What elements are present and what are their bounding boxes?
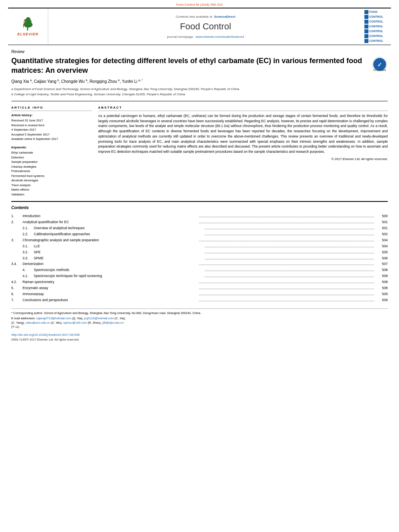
toc-page-12: 508 xyxy=(376,280,388,285)
article-history: Article history: Received 20 June 2017 R… xyxy=(11,113,92,142)
fc-bar-3: CONTROL xyxy=(364,20,389,24)
toc-page-9: 507 xyxy=(376,262,388,267)
toc-row-5: 3. Chromatographic analysis and sample p… xyxy=(11,237,388,243)
toc-row-8: 3.3. SPME 506 xyxy=(11,255,388,261)
abstract-column: ABSTRACT As a potential carcinogen to hu… xyxy=(98,105,388,197)
toc-dots-11 xyxy=(205,273,374,277)
toc-row-14: 6. Immunoassay 509 xyxy=(11,291,388,297)
toc-dots-7 xyxy=(205,249,374,253)
toc-page-15: 509 xyxy=(376,298,388,303)
toc-row-15: 7. Conclusions and perspectives 509 xyxy=(11,297,388,303)
toc-page-3: 501 xyxy=(376,226,388,231)
toc-title-12: Raman spectrometry xyxy=(23,280,197,285)
kw-2: Detection xyxy=(11,156,92,160)
two-column-section: ARTICLE INFO Article history: Received 2… xyxy=(11,101,388,197)
fc-icon-3 xyxy=(364,20,368,24)
journal-title-section: Contents lists available at ScienceDirec… xyxy=(48,8,363,45)
email-1[interactable]: xqiang0713@hotmail.com xyxy=(36,316,71,320)
toc-title-6: LLE xyxy=(34,244,203,249)
toc-num-11: 4.1. xyxy=(23,274,34,279)
affiliations: a Department of Food Science and Technol… xyxy=(11,87,388,97)
toc-dots-2 xyxy=(199,219,374,223)
doi-link[interactable]: http://dx.doi.org/10.1016/j.foodcont.201… xyxy=(11,333,388,337)
toc-row-1: 1. Introduction 500 xyxy=(11,213,388,219)
toc-row-9: 3.4. Deriverization 507 xyxy=(11,261,388,267)
toc-row-6: 3.1. LLE 504 xyxy=(11,243,388,249)
toc-title-13: Enzymatic assay xyxy=(23,286,197,291)
toc-num-13: 5. xyxy=(11,286,23,291)
toc-row-13: 5. Enzymatic assay 508 xyxy=(11,285,388,291)
article-title: Quantitative strategies for detecting di… xyxy=(11,56,388,75)
fc-label-6: CONTROL xyxy=(369,34,383,38)
fc-icon-6 xyxy=(364,34,368,38)
homepage-prefix: journal homepage: xyxy=(167,35,194,39)
review-label: Review xyxy=(11,49,388,55)
email-5-name: (Y. Li). xyxy=(11,325,20,329)
toc-page-8: 506 xyxy=(376,256,388,261)
elsevier-text: ELSEVIER xyxy=(17,32,39,37)
footer-section: * Corresponding author. School of Agricu… xyxy=(11,308,388,342)
svg-point-4 xyxy=(24,19,26,21)
email-3-name-prefix: (C. Yang), xyxy=(11,321,26,325)
toc-dots-6 xyxy=(205,243,374,247)
toc-dots-9 xyxy=(199,261,374,265)
toc-title-11: Spectroscopic techniques for rapid scree… xyxy=(34,274,203,279)
fc-icon-1 xyxy=(364,10,368,14)
fc-bar-2: CONTROL xyxy=(364,15,389,19)
toc-page-1: 500 xyxy=(376,214,388,219)
fc-icon-2 xyxy=(364,15,368,19)
corresponding-note: * Corresponding author. School of Agricu… xyxy=(11,311,388,316)
email-2[interactable]: ycj0116@hotmail.com xyxy=(84,316,114,320)
fc-bar-5: CONTROL xyxy=(364,29,389,33)
sup-b3: b xyxy=(118,79,120,82)
email-5[interactable]: yfli@sjtu.edu.cn xyxy=(102,321,123,325)
email-label: E-mail addresses: xyxy=(11,316,35,320)
email-2-name: (C. Xia), xyxy=(115,316,126,320)
authors-line: Qiang Xia a, Caijiao Yang b, Chongde Wu … xyxy=(11,78,388,84)
toc-num-2: 2. xyxy=(11,220,23,225)
toc-title-9: Deriverization xyxy=(23,262,197,267)
toc-row-3: 2.1. Overview of analytical techniques 5… xyxy=(11,225,388,231)
toc-dots-8 xyxy=(205,255,374,259)
sciencedirect-link[interactable]: ScienceDirect xyxy=(214,15,235,18)
contents-title: Contents xyxy=(11,205,388,211)
toc-num-5: 3. xyxy=(11,238,23,243)
fc-label-3: CONTROL xyxy=(369,20,383,24)
toc-page-10: 508 xyxy=(376,268,388,273)
email-3[interactable]: cdwu@scu.edu.cn xyxy=(26,321,50,325)
history-revised-label: Received in revised form xyxy=(11,123,92,128)
toc-num-14: 6. xyxy=(11,292,23,297)
history-received: Received 20 June 2017 xyxy=(11,119,92,123)
sciencedirect-line: Contents lists available at ScienceDirec… xyxy=(176,14,235,19)
toc-title-7: SPE xyxy=(34,250,203,255)
article-info-header: ARTICLE INFO xyxy=(11,105,92,111)
toc-num-1: 1. xyxy=(11,214,23,219)
toc-page-7: 505 xyxy=(376,250,388,255)
toc-dots-13 xyxy=(199,285,374,289)
sup-a2: a, * xyxy=(138,79,143,82)
abstract-header: ABSTRACT xyxy=(98,105,388,111)
email-4[interactable]: rqzhou@163.com xyxy=(63,321,87,325)
history-accepted: Accepted 5 September 2017 xyxy=(11,133,92,137)
toc-title-15: Conclusions and perspectives xyxy=(23,298,197,303)
toc-title-4: Calibration/quantification approaches xyxy=(34,232,203,237)
toc-dots-12 xyxy=(199,279,374,283)
svg-text:✓: ✓ xyxy=(377,62,382,68)
toc-row-7: 3.2. SPE 505 xyxy=(11,249,388,255)
toc-title-1: Introduction xyxy=(23,214,197,219)
toc-page-4: 502 xyxy=(376,232,388,237)
toc-num-10: 4. xyxy=(23,268,34,273)
kw-10: Validation xyxy=(11,193,92,197)
toc-num-3: 2.1. xyxy=(23,226,34,231)
fc-label-2: CONTROL xyxy=(369,15,383,19)
homepage-link[interactable]: www.elsevier.com/locate/foodcont xyxy=(195,35,244,39)
crossmark-icon: ✓ CrossMark xyxy=(372,56,388,72)
toc-title-2: Analytical quantification for EC xyxy=(23,220,197,225)
history-title: Article history: xyxy=(11,113,92,118)
toc-num-12: 4.2. xyxy=(11,280,23,285)
toc-page-11: 508 xyxy=(376,274,388,279)
toc-dots-4 xyxy=(205,231,374,235)
toc-dots-14 xyxy=(199,291,374,295)
toc-row-11: 4.1. Spectroscopic techniques for rapid … xyxy=(11,273,388,279)
article-info-column: ARTICLE INFO Article history: Received 2… xyxy=(11,105,92,197)
